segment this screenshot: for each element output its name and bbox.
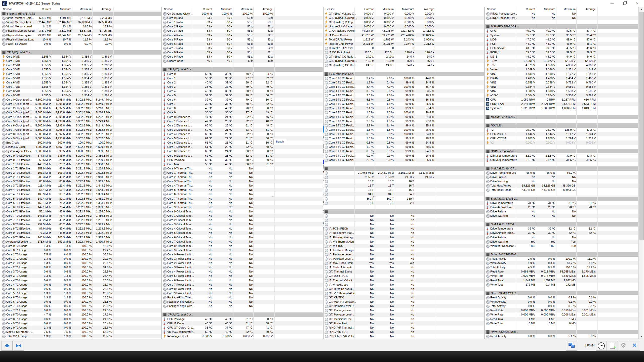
- sensor-row[interactable]: Core 3 Power Limit ...NoNoNo: [162, 265, 323, 269]
- header-maximum[interactable]: Maximum: [396, 8, 414, 11]
- sensor-row[interactable]: Total Activity4.5 %0.5 %100.0 %17.2 %: [485, 265, 638, 269]
- sensor-row[interactable]: Core 9 T1 Usage1.3 %0.0 %100.0 %21.6 %: [1, 326, 161, 330]
- sensor-row[interactable]: Core 2 T1 C0 Resid...5.3 %0.8 %99.9 %36.…: [324, 98, 484, 102]
- sensor-row[interactable]: Core 9 Clock (perf ...5,300.0 MHz4,998.8…: [1, 136, 161, 141]
- sensor-row[interactable]: Physical Memory Load10.9 %10.7 %11.7 %11…: [1, 37, 161, 42]
- sensor-row[interactable]: IA Voltage Offset0.000 V0.000 V0.000 V0.…: [162, 334, 323, 338]
- sensor-row[interactable]: Total DRAM Power1.812 W1.788 W2.243 W1.9…: [324, 37, 484, 42]
- sensor-row[interactable]: Core 1 Distance to ...47 °C23 °C62 °C48 …: [162, 119, 323, 123]
- sensor-row[interactable]: Core 0 Thermal Thr...NoNoNo: [162, 166, 323, 171]
- sensor-section-row[interactable]: DIMM Temperature ...: [485, 149, 638, 153]
- sensor-row[interactable]: Core 8 Ratio53 x50 x53 x52 x: [162, 50, 323, 55]
- sensor-row[interactable]: Core 4 Ratio53 x50 x53 x52 x: [162, 33, 323, 37]
- sensor-row[interactable]: Core 5 T0 C0 Resid...2.8 %1.5 %99.9 %27.…: [324, 119, 484, 123]
- sensor-row[interactable]: Core 5 Critical Tem...NoNoNo: [162, 231, 323, 235]
- remote-sensor-button[interactable]: [566, 341, 577, 351]
- header-current[interactable]: Current: [33, 8, 51, 11]
- header-maximum[interactable]: Maximum: [557, 8, 576, 11]
- sensor-row[interactable]: VIN71.506 V1.500 V1.508 V1.505 V: [485, 89, 638, 93]
- sensor-row[interactable]: Core 4 Critical Tem...NoNoNo: [162, 227, 323, 231]
- sensor-row[interactable]: VR VCC Temperatur...50 °C49 °C52 °C50 °C: [162, 330, 323, 334]
- sensor-row[interactable]: RING: Package-Lev...NoNoNo: [485, 12, 638, 16]
- sensor-row[interactable]: Core 8 T0 Usage4.7 %0.0 %100.0 %27.1 %: [1, 312, 161, 317]
- sensor-row[interactable]: CPU Socket43.0 °C39.5 °C45.5 °C41.6 °C: [485, 46, 638, 50]
- sensor-row[interactable]: Core 6 T0 C0 Resid...1.5 %1.5 %100.0 %26…: [324, 128, 484, 132]
- sensor-row[interactable]: Core 1 Power Limit ...NoNoNo: [162, 257, 323, 261]
- header-minimum[interactable]: Minimum: [376, 8, 394, 11]
- sensor-row[interactable]: ✻CPU1,059 RPM0 RPM1,257 RPM630 RPM: [485, 98, 638, 102]
- sensor-row[interactable]: Core 840 °C40 °C76 °C50 °C: [162, 106, 323, 110]
- sensor-row[interactable]: Drive Airflow Temp...32 °C32 °C32 °C32 °…: [485, 231, 638, 235]
- sensor-row[interactable]: RING: Package-Lev...NoNoNo: [485, 16, 638, 20]
- hwinfo-titlebar[interactable]: HWiNFO64 v6.29-4215 Sensor Status — ✕: [0, 0, 644, 7]
- sensor-row[interactable]: Core 0 Clock (perf ...5,300.0 MHz4,998.8…: [1, 98, 161, 102]
- sensor-row[interactable]: Core 2 T1 Effective...280.3 MHz40.2 MHz5…: [1, 175, 161, 179]
- sensor-row[interactable]: Package/Ring Ther...NoNoNo: [162, 295, 323, 300]
- sensor-row[interactable]: Core 153 °C38 °C77 °C52 °C: [162, 76, 323, 80]
- sensor-row[interactable]: 360 T360 T360 T: [324, 197, 484, 201]
- sensor-row[interactable]: Core 1 Clock (perf ...5,300.0 MHz4,998.8…: [1, 102, 161, 106]
- sensor-section-row[interactable]: S.M.A.R.T.: M4-CT...: [485, 166, 638, 171]
- sensor-row[interactable]: 16 T16 T16 T: [324, 184, 484, 188]
- sensor-row[interactable]: Rest-of-Chip Power2.231 W2.231 W2.374 W2…: [324, 42, 484, 46]
- sensor-row[interactable]: Core 0 T1 C0 Resid...1.2 %0.4 %99.9 %24.…: [324, 80, 484, 85]
- sensor-row[interactable]: Package/Ring Powe...NoNoNo: [162, 304, 323, 308]
- sensor-row[interactable]: Core 7 Critical Tem...NoNoNo: [162, 240, 323, 244]
- sensor-row[interactable]: Write Activity1.9 %0.3 %43.7 %7.0 %: [485, 261, 638, 265]
- sensor-row[interactable]: 2 T2 T2 T: [324, 201, 484, 205]
- sensor-row[interactable]: Average Effective ...173.6 MHz152.2 MHz5…: [1, 240, 161, 244]
- sensor-row[interactable]: Core 1 T0 Effective...440.7 MHz370.7 MHz…: [1, 162, 161, 166]
- sensor-row[interactable]: Current cTDP Level0000: [324, 46, 484, 50]
- sensor-row[interactable]: Core 3 Clock (perf ...5,300.0 MHz4,998.8…: [1, 110, 161, 115]
- sensor-row[interactable]: Drive FailureNoNoNo: [485, 209, 638, 214]
- sensor-row[interactable]: Core 3 T0 C0 Resid...1.6 %1.6 %99.9 %26.…: [324, 102, 484, 106]
- sensor-row[interactable]: Core 7 T0 Usage0.6 %0.6 %100.0 %26.9 %: [1, 304, 161, 308]
- sensor-row[interactable]: On-Demand Clock ...100.0 %100.0 %100.0 %…: [162, 12, 323, 16]
- sensor-row[interactable]: GT: DDR RAPLNoNoNo: [324, 274, 484, 278]
- sensor-row[interactable]: IA: Package-Level ...NoNoNo: [324, 257, 484, 261]
- sensor-row[interactable]: V20.002 V0.002 V0.003 V0.002 V: [485, 141, 638, 145]
- sensor-row[interactable]: Core 9 T1 C0 Resid...2.0 %2.0 %99.9 %25.…: [324, 158, 484, 162]
- sensor-row[interactable]: Core 6 Ratio53 x50 x53 x53 x: [162, 42, 323, 46]
- sensor-row[interactable]: Core 9 Power Limit ...NoNoNo: [162, 291, 323, 295]
- sensor-row[interactable]: CLR (CBo/LLC/Ring)...0.000 V0.000 V0.000…: [324, 16, 484, 20]
- sensor-row[interactable]: Core 938 °C38 °C77 °C49 °C: [162, 110, 323, 115]
- collapse-columns-button[interactable]: [13, 341, 24, 351]
- sensor-row[interactable]: Core 5 VID1.355 V1.354 V1.384 V1.359 V: [1, 76, 161, 80]
- sensor-row[interactable]: RING: VR TDCNoNoNo: [324, 330, 484, 334]
- sensor-row[interactable]: Core 6 T1 C0 Resid...0.9 %0.9 %100.0 %24…: [324, 132, 484, 136]
- sensor-row[interactable]: Total Activity0.0 %0.0 %0.9 %0.1 %: [485, 304, 638, 308]
- sensor-row[interactable]: GT (Slice) OC Ratio ...24.0 x24.0 x24.0 …: [324, 55, 484, 59]
- header-minimum[interactable]: Minimum: [214, 8, 232, 11]
- sensor-section-row[interactable]: NUC126: [485, 123, 638, 128]
- sensor-row[interactable]: Write Total0 MB0 MB0 MB: [485, 321, 638, 326]
- sensor-section-row[interactable]: S.M.A.R.T.: SAMSU...: [485, 197, 638, 201]
- sensor-row[interactable]: Core 539 °C39 °C78 °C50 °C: [162, 93, 323, 98]
- sensor-row[interactable]: Core 2 T0 Effective...106.3 MHz106.3 MHz…: [1, 171, 161, 175]
- sensor-row[interactable]: Write Rate0.000 MB/s0.000 MB/s0.006 MB/s…: [485, 312, 638, 317]
- sensor-row[interactable]: GT: Fuses limitNoNoNo: [324, 321, 484, 326]
- sensor-row[interactable]: Core 2 Thermal Thr...NoNoNo: [162, 175, 323, 179]
- sensor-row[interactable]: Core 4 T1 Effective...168.9 MHz69.7 MHz5…: [1, 192, 161, 196]
- sensor-row[interactable]: Package/Ring Critic...NoNoNo: [162, 300, 323, 304]
- sensor-row[interactable]: GT (Unslice) OC Rat...24.0 x24.0 x24.0 x…: [324, 63, 484, 67]
- sensor-section-row[interactable]: Drive: M4-CT064M4...: [485, 252, 638, 257]
- sensor-row[interactable]: IA: Max Turbo LimitYesYesYes: [324, 261, 484, 265]
- sensor-row[interactable]: 16 T16 T16 T: [324, 188, 484, 192]
- sensor-row[interactable]: Core 5 T0 Usage0.6 %0.6 %100.0 %25.1 %: [1, 287, 161, 291]
- header-sensor[interactable]: Sensor: [164, 8, 173, 11]
- sensor-row[interactable]: GT: Package-Level ...NoNoNo: [324, 312, 484, 317]
- sensor-row[interactable]: Write Activity0.0 %0.0 %0.1 %0.0 %: [485, 300, 638, 304]
- sensor-row[interactable]: Core 8 Thermal Thr...NoNoNo: [162, 201, 323, 205]
- sensor-row[interactable]: Read Rate0.000 MB/s0.000 MB/s0.010 MB/s0…: [485, 308, 638, 312]
- sensor-row[interactable]: Core 7 T0 C0 Resid...1.5 %1.5 %99.9 %28.…: [324, 136, 484, 141]
- sensor-row[interactable]: Core 9 T0 C0 Resid...0.9 %0.9 %99.9 %26.…: [324, 154, 484, 158]
- sensor-row[interactable]: Core 5 T1 Usage1.3 %1.3 %100.0 %23.8 %: [1, 291, 161, 295]
- sensor-row[interactable]: Max CPU/Thread U...7.5 %7.5 %100.0 %53.0…: [1, 330, 161, 334]
- sensor-section-row[interactable]: Drive: ST2000DM00...: [485, 330, 638, 334]
- sensor-row[interactable]: Read Rate0.668 MB/s0.013 MB/s53.055 MB/s…: [485, 269, 638, 274]
- sensor-row[interactable]: Core 3 T0 Usage0.6 %0.6 %100.0 %22.9 %: [1, 269, 161, 274]
- sensor-row[interactable]: Core 9 T0 Usage0.6 %0.0 %100.0 %23.4 %: [1, 321, 161, 326]
- sensor-row[interactable]: Core 7 VID1.355 V1.354 V1.385 V1.361 V: [1, 85, 161, 89]
- sensor-row[interactable]: Core 4 T0 Usage0.6 %0.5 %100.0 %26.5 %: [1, 278, 161, 283]
